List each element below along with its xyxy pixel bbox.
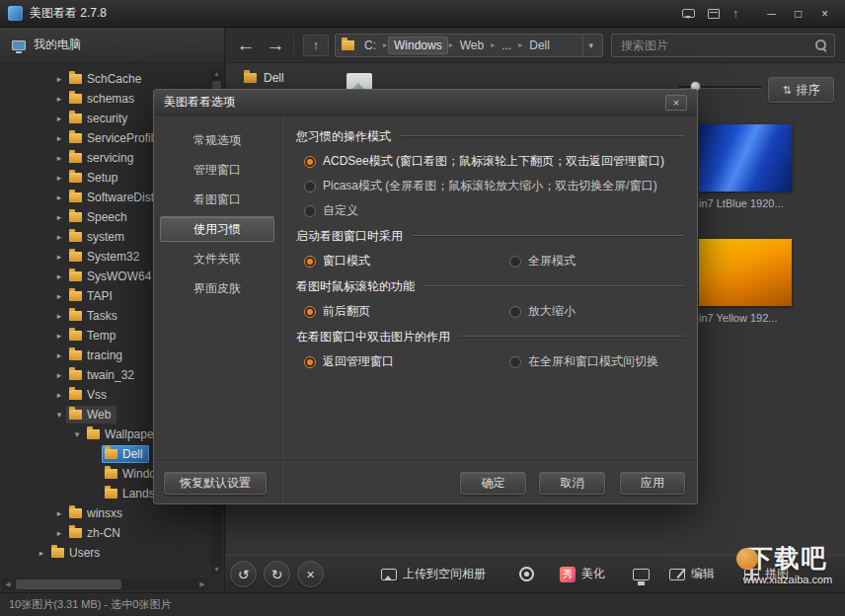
radio-option-mouse-wheel-function-1[interactable]: 放大缩小 [501, 299, 576, 324]
collapse-arrow-icon[interactable]: ▾ [70, 429, 84, 439]
radio-icon[interactable] [509, 256, 521, 268]
tree-item-zh-CN[interactable]: ▸zh-CN [0, 523, 209, 543]
expand-arrow-icon[interactable]: ▸ [52, 153, 66, 163]
expand-arrow-icon[interactable]: ▸ [52, 350, 66, 360]
pin-up-icon[interactable]: ↑ [732, 8, 738, 20]
expand-arrow-icon[interactable]: ▸ [52, 508, 66, 518]
tree-item-winsxs[interactable]: ▸winsxs [0, 503, 209, 523]
collapse-arrow-icon[interactable]: ▾ [52, 410, 66, 420]
tree-item-body[interactable]: Temp [66, 327, 121, 345]
dialog-titlebar[interactable]: 美图看看选项 × [154, 90, 697, 116]
expand-arrow-icon[interactable]: ▸ [52, 291, 66, 301]
expand-arrow-icon[interactable]: ▸ [52, 94, 66, 104]
maximize-button[interactable]: □ [786, 5, 810, 23]
expand-arrow-icon[interactable]: ▸ [52, 212, 66, 222]
skin-icon[interactable] [708, 9, 720, 19]
expand-arrow-icon[interactable]: ▸ [52, 192, 66, 202]
expand-arrow-icon[interactable]: ▸ [52, 370, 66, 380]
tree-item-body[interactable]: Web [66, 406, 116, 424]
radio-icon[interactable] [304, 356, 316, 368]
expand-arrow-icon[interactable]: ▸ [52, 252, 66, 262]
radio-icon[interactable] [304, 181, 316, 192]
tree-item-body[interactable]: SysWOW64 [66, 268, 157, 285]
dialog-menu-ui-skin[interactable]: 界面皮肤 [160, 275, 274, 301]
tree-item-body[interactable]: servicing [66, 149, 139, 167]
radio-icon[interactable] [509, 306, 521, 318]
expand-arrow-icon[interactable]: ▸ [52, 74, 66, 84]
thumbnail-win7-ltblue[interactable] [699, 124, 792, 192]
horizontal-scroll-thumb[interactable] [16, 579, 121, 589]
tree-item-body[interactable]: SchCache [66, 70, 147, 88]
thumbnail-image[interactable] [699, 124, 792, 192]
expand-arrow-icon[interactable]: ▸ [52, 232, 66, 242]
breadcrumb-item-Web[interactable]: Web [454, 37, 490, 54]
tree-item-body[interactable]: Dell [102, 445, 149, 463]
beautify-button[interactable]: 秀 美化 [560, 566, 605, 582]
scroll-down-icon[interactable]: ▼ [211, 565, 222, 575]
expand-arrow-icon[interactable]: ▸ [35, 548, 48, 558]
tree-item-body[interactable]: Vss [66, 386, 113, 404]
tree-horizontal-scrollbar[interactable]: ◀ ▶ [2, 578, 208, 590]
horizontal-scroll-track[interactable] [14, 578, 196, 590]
tree-item-body[interactable]: Setup [66, 169, 123, 187]
feedback-icon[interactable] [682, 9, 695, 18]
thumbnail-win7-yellow[interactable] [699, 239, 792, 306]
up-folder-button[interactable]: ↑ [303, 35, 329, 56]
slideshow-icon[interactable] [633, 569, 650, 580]
sort-button[interactable]: ⇅ 排序 [768, 77, 834, 103]
radio-option-operation-mode-2[interactable]: 自定义 [296, 198, 684, 223]
tree-item-body[interactable]: Speech [66, 208, 133, 226]
breadcrumb-item-Windows[interactable]: Windows [388, 37, 448, 54]
expand-arrow-icon[interactable]: ▸ [52, 311, 66, 321]
tree-item-SchCache[interactable]: ▸SchCache [0, 69, 209, 89]
dialog-menu-view-window[interactable]: 看图窗口 [160, 187, 274, 212]
apply-button[interactable]: 应用 [620, 472, 685, 495]
tree-item-body[interactable]: Tasks [66, 307, 123, 325]
radio-option-operation-mode-0[interactable]: ACDSee模式 (窗口看图；鼠标滚轮上下翻页；双击返回管理窗口) [296, 149, 684, 174]
thumbnail-image[interactable] [699, 239, 792, 306]
scroll-right-icon[interactable]: ▶ [196, 580, 208, 588]
back-button[interactable]: ← [231, 36, 261, 54]
tree-item-Users[interactable]: ▸Users [0, 543, 209, 563]
search-icon[interactable] [814, 38, 827, 51]
breadcrumb[interactable]: C:▸Windows▸Web▸...▸Dell ▾ [335, 34, 603, 57]
rotate-left-button[interactable]: ↺ [230, 561, 257, 587]
restore-defaults-button[interactable]: 恢复默认设置 [164, 472, 267, 495]
dialog-menu-file-association[interactable]: 文件关联 [160, 246, 274, 271]
radio-icon[interactable] [509, 356, 521, 368]
search-input[interactable] [619, 38, 814, 53]
tree-item-body[interactable]: Users [48, 544, 106, 562]
radio-option-viewer-launch-mode-1[interactable]: 全屏模式 [501, 249, 576, 273]
upload-button[interactable]: 上传到空间相册 [381, 566, 486, 582]
expand-arrow-icon[interactable]: ▸ [52, 271, 66, 281]
expand-arrow-icon[interactable]: ▸ [52, 528, 66, 538]
forward-button[interactable]: → [261, 36, 290, 54]
radio-icon[interactable] [304, 205, 316, 217]
cancel-button[interactable]: 取消 [539, 472, 605, 495]
tree-item-body[interactable]: winsxs [66, 504, 128, 522]
close-button[interactable]: × [812, 5, 837, 23]
tree-item-body[interactable]: zh-CN [66, 524, 126, 542]
tree-item-body[interactable]: security [66, 110, 133, 127]
scroll-left-icon[interactable]: ◀ [2, 580, 14, 588]
scroll-up-icon[interactable]: ▲ [211, 69, 222, 79]
tree-item-body[interactable]: tracing [66, 346, 128, 364]
breadcrumb-item-Dell[interactable]: Dell [523, 37, 556, 54]
ok-button[interactable]: 确定 [460, 472, 526, 495]
expand-arrow-icon[interactable]: ▸ [52, 133, 66, 143]
breadcrumb-item-[interactable]: ... [496, 37, 517, 54]
tree-item-body[interactable]: Wallpaper [84, 425, 164, 443]
radio-option-double-click-action-1[interactable]: 在全屏和窗口模式间切换 [501, 349, 658, 374]
radio-option-operation-mode-1[interactable]: Picasa模式 (全屏看图；鼠标滚轮放大缩小；双击切换全屏/窗口) [296, 174, 684, 198]
delete-button[interactable]: × [297, 561, 324, 587]
tree-item-body[interactable]: schemas [66, 90, 140, 108]
radio-option-double-click-action-0[interactable]: 返回管理窗口 [296, 349, 501, 374]
expand-arrow-icon[interactable]: ▸ [52, 390, 66, 400]
breadcrumb-dropdown-icon[interactable]: ▾ [582, 35, 598, 56]
expand-arrow-icon[interactable]: ▸ [52, 173, 66, 183]
tree-item-body[interactable]: system [66, 228, 130, 246]
tree-item-body[interactable]: twain_32 [66, 366, 140, 384]
dialog-menu-general-options[interactable]: 常规选项 [160, 127, 274, 153]
search-box[interactable] [611, 34, 835, 57]
weibo-share-icon[interactable] [519, 567, 534, 581]
